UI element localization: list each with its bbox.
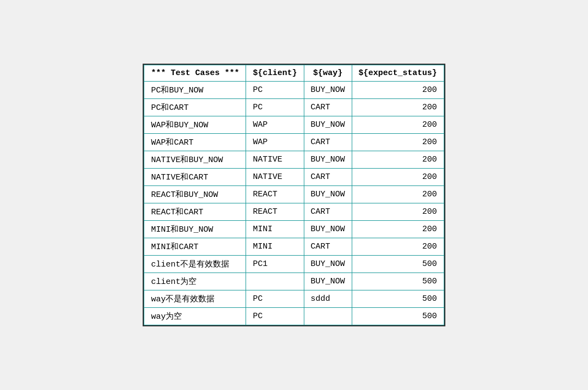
cell-test-case: PC和CART	[144, 99, 246, 116]
table-row: NATIVE和BUY_NOWNATIVEBUY_NOW200	[144, 151, 444, 169]
cell-client: PC	[246, 82, 304, 99]
cell-expect-status: 200	[352, 221, 444, 238]
cell-client: NATIVE	[246, 151, 304, 169]
cell-way: BUY_NOW	[304, 256, 352, 273]
cell-way: CART	[304, 169, 352, 186]
cell-client	[246, 273, 304, 290]
table-row: PC和BUY_NOWPCBUY_NOW200	[144, 82, 444, 99]
cell-test-case: REACT和BUY_NOW	[144, 186, 246, 203]
cell-client: PC	[246, 308, 304, 325]
cell-expect-status: 200	[352, 169, 444, 186]
header-way: ${way}	[304, 65, 352, 82]
cell-client: PC1	[246, 256, 304, 273]
cell-way: BUY_NOW	[304, 82, 352, 99]
cell-test-case: MINI和CART	[144, 238, 246, 256]
cell-way: CART	[304, 238, 352, 256]
cell-way: sddd	[304, 290, 352, 308]
cell-client: WAP	[246, 116, 304, 134]
cell-test-case: WAP和BUY_NOW	[144, 116, 246, 134]
test-cases-table: *** Test Cases *** ${client} ${way} ${ex…	[144, 65, 444, 325]
test-cases-table-container: *** Test Cases *** ${client} ${way} ${ex…	[143, 64, 445, 326]
table-row: MINI和BUY_NOWMINIBUY_NOW200	[144, 221, 444, 238]
cell-way	[304, 308, 352, 325]
cell-test-case: client为空	[144, 273, 246, 290]
cell-client: PC	[246, 290, 304, 308]
table-row: way为空PC500	[144, 308, 444, 325]
cell-client: REACT	[246, 203, 304, 221]
cell-way: CART	[304, 134, 352, 151]
cell-way: BUY_NOW	[304, 186, 352, 203]
cell-expect-status: 500	[352, 273, 444, 290]
table-row: MINI和CARTMINICART200	[144, 238, 444, 256]
cell-way: BUY_NOW	[304, 221, 352, 238]
cell-client: MINI	[246, 238, 304, 256]
table-row: REACT和BUY_NOWREACTBUY_NOW200	[144, 186, 444, 203]
cell-test-case: NATIVE和CART	[144, 169, 246, 186]
cell-test-case: NATIVE和BUY_NOW	[144, 151, 246, 169]
cell-expect-status: 200	[352, 99, 444, 116]
cell-test-case: way不是有效数据	[144, 290, 246, 308]
cell-expect-status: 200	[352, 151, 444, 169]
cell-client: PC	[246, 99, 304, 116]
cell-client: REACT	[246, 186, 304, 203]
cell-way: CART	[304, 203, 352, 221]
table-row: way不是有效数据PCsddd500	[144, 290, 444, 308]
cell-way: CART	[304, 99, 352, 116]
cell-expect-status: 200	[352, 82, 444, 99]
cell-way: BUY_NOW	[304, 273, 352, 290]
cell-test-case: WAP和CART	[144, 134, 246, 151]
cell-expect-status: 200	[352, 186, 444, 203]
cell-client: WAP	[246, 134, 304, 151]
table-row: WAP和CARTWAPCART200	[144, 134, 444, 151]
table-row: client为空BUY_NOW500	[144, 273, 444, 290]
cell-client: NATIVE	[246, 169, 304, 186]
header-test-cases: *** Test Cases ***	[144, 65, 246, 82]
cell-way: BUY_NOW	[304, 151, 352, 169]
table-row: REACT和CARTREACTCART200	[144, 203, 444, 221]
table-row: NATIVE和CARTNATIVECART200	[144, 169, 444, 186]
table-header-row: *** Test Cases *** ${client} ${way} ${ex…	[144, 65, 444, 82]
cell-expect-status: 200	[352, 203, 444, 221]
table-row: WAP和BUY_NOWWAPBUY_NOW200	[144, 116, 444, 134]
cell-test-case: REACT和CART	[144, 203, 246, 221]
cell-expect-status: 200	[352, 134, 444, 151]
cell-expect-status: 200	[352, 116, 444, 134]
cell-way: BUY_NOW	[304, 116, 352, 134]
cell-test-case: MINI和BUY_NOW	[144, 221, 246, 238]
header-client: ${client}	[246, 65, 304, 82]
header-expect-status: ${expect_status}	[352, 65, 444, 82]
table-row: client不是有效数据PC1BUY_NOW500	[144, 256, 444, 273]
table-row: PC和CARTPCCART200	[144, 99, 444, 116]
cell-test-case: client不是有效数据	[144, 256, 246, 273]
cell-expect-status: 200	[352, 238, 444, 256]
cell-expect-status: 500	[352, 256, 444, 273]
cell-expect-status: 500	[352, 290, 444, 308]
cell-test-case: way为空	[144, 308, 246, 325]
cell-client: MINI	[246, 221, 304, 238]
cell-test-case: PC和BUY_NOW	[144, 82, 246, 99]
cell-expect-status: 500	[352, 308, 444, 325]
